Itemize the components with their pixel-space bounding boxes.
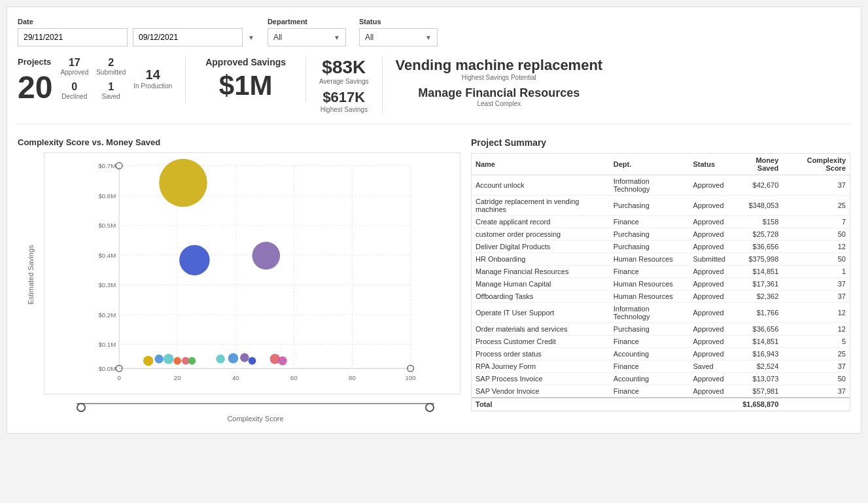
- table-cell: Approved: [689, 175, 729, 196]
- svg-text:40: 40: [232, 374, 239, 381]
- table-wrapper[interactable]: Name Dept. Status Money Saved Complexity…: [471, 153, 850, 411]
- stats-row: Projects 20 17 Approved 0 Declined 2: [18, 57, 850, 124]
- avg-savings-value: $83K: [319, 57, 368, 78]
- table-title: Project Summary: [471, 137, 850, 148]
- col-status: Status: [689, 154, 729, 175]
- saved-stat: 1 Saved: [96, 81, 126, 100]
- table-cell: Approved: [689, 348, 729, 360]
- table-cell: Manage Financial Resources: [472, 266, 610, 278]
- table-row: Account unlockInformation TechnologyAppr…: [472, 175, 850, 196]
- table-cell: Human Resources: [610, 253, 689, 266]
- declined-label: Declined: [60, 93, 88, 100]
- svg-text:$0.6M: $0.6M: [98, 192, 116, 199]
- table-cell: $42,670: [729, 175, 782, 196]
- date-from-input[interactable]: [18, 28, 128, 46]
- table-cell: $158: [729, 216, 782, 228]
- date-filter-label: Date: [18, 18, 254, 26]
- bubble-s12: [278, 356, 287, 366]
- col-dept: Dept.: [610, 154, 689, 175]
- table-row: Manage Human CapitalHuman ResourcesAppro…: [472, 278, 850, 290]
- department-select[interactable]: All ▼: [268, 28, 346, 46]
- table-cell: Finance: [610, 360, 689, 373]
- chart-svg: $0.7M $0.6M $0.5M $0.4M $0.3M $0.2M $0.1…: [44, 152, 460, 394]
- table-cell: Submitted: [689, 253, 729, 266]
- department-value: All: [273, 33, 282, 42]
- status-filter-label: Status: [359, 18, 438, 26]
- declined-value: 0: [60, 81, 88, 93]
- table-cell: Process Customer Credit: [472, 336, 610, 348]
- bubble-s6: [188, 357, 196, 365]
- table-cell: Approved: [689, 303, 729, 323]
- table-cell: Accounting: [610, 373, 689, 385]
- table-row: Process order statusAccountingApproved$1…: [472, 348, 850, 360]
- table-row: Manage Financial ResourcesFinanceApprove…: [472, 266, 850, 278]
- projects-label: Projects: [18, 57, 52, 67]
- table-row: Order materials and servicesPurchasingAp…: [472, 323, 850, 336]
- table-row: Operate IT User SupportInformation Techn…: [472, 303, 850, 323]
- table-cell: $14,851: [729, 336, 782, 348]
- table-cell: Create applicant record: [472, 216, 610, 228]
- table-cell: Information Technology: [610, 303, 689, 323]
- svg-text:60: 60: [290, 374, 298, 381]
- table-cell: SAP Process Invoice: [472, 373, 610, 385]
- bubble-customer: [252, 242, 281, 270]
- highlight2-title: Manage Financial Resources: [396, 86, 603, 100]
- bubble-s7: [216, 355, 225, 364]
- in-production-stat: 14 In Production: [133, 67, 172, 90]
- table-cell: Human Resources: [610, 290, 689, 303]
- declined-stat: 0 Declined: [60, 81, 88, 100]
- status-filter-group: Status All ▼: [359, 18, 438, 46]
- table-cell: 7: [782, 216, 850, 228]
- table-cell: Approved: [689, 373, 729, 385]
- table-row: SAP Vendor InvoiceFinanceApproved$57,981…: [472, 385, 850, 398]
- department-chevron-icon: ▼: [334, 34, 340, 41]
- table-cell: RPA Journey Form: [472, 360, 610, 373]
- slider-thumb-right[interactable]: [425, 403, 434, 412]
- col-money: Money Saved: [729, 154, 782, 175]
- table-cell: $36,656: [729, 323, 782, 336]
- table-cell: 50: [782, 253, 850, 266]
- date-filter-group: Date ▼: [18, 18, 254, 46]
- svg-text:$0.0M: $0.0M: [98, 365, 116, 372]
- svg-text:20: 20: [174, 374, 181, 381]
- table-cell: 1: [782, 266, 850, 278]
- projects-block: Projects 20 17 Approved 0 Declined 2: [18, 57, 186, 103]
- highlight1-title: Vending machine replacement: [396, 57, 603, 74]
- table-cell: Finance: [610, 336, 689, 348]
- filters-bar: Date ▼ Department All ▼ Status All ▼: [18, 18, 850, 46]
- total-complexity: [782, 398, 850, 411]
- slider-thumb-left[interactable]: [77, 403, 86, 412]
- table-cell: Finance: [610, 385, 689, 398]
- table-cell: Approved: [689, 228, 729, 241]
- table-cell: 37: [782, 290, 850, 303]
- highest-savings-value: $617K: [319, 89, 368, 106]
- table-cell: 5: [782, 336, 850, 348]
- table-cell: Finance: [610, 266, 689, 278]
- table-cell: $14,851: [729, 266, 782, 278]
- table-header-row: Name Dept. Status Money Saved Complexity…: [472, 154, 850, 175]
- table-cell: 37: [782, 385, 850, 398]
- table-cell: $375,998: [729, 253, 782, 266]
- table-cell: Approved: [689, 216, 729, 228]
- status-select[interactable]: All ▼: [359, 28, 438, 46]
- table-row: HR OnboardingHuman ResourcesSubmitted$37…: [472, 253, 850, 266]
- department-filter-label: Department: [268, 18, 346, 26]
- col-name: Name: [472, 154, 610, 175]
- table-cell: 50: [782, 228, 850, 241]
- table-cell: $57,981: [729, 385, 782, 398]
- table-cell: Order materials and services: [472, 323, 610, 336]
- table-cell: Approved: [689, 241, 729, 253]
- total-label: Total: [472, 398, 729, 411]
- table-cell: Approved: [689, 266, 729, 278]
- saved-label: Saved: [96, 93, 126, 100]
- approved-savings-block: Approved Savings $1M: [186, 57, 306, 101]
- table-cell: $36,656: [729, 241, 782, 253]
- date-to-input[interactable]: [133, 28, 243, 46]
- table-row: customer order processingPurchasingAppro…: [472, 228, 850, 241]
- svg-text:$0.1M: $0.1M: [98, 341, 116, 348]
- table-cell: $17,361: [729, 278, 782, 290]
- table-cell: Catridge replacement in vending machines: [472, 196, 610, 216]
- bubble-s4: [173, 357, 181, 365]
- table-row: Process Customer CreditFinanceApproved$1…: [472, 336, 850, 348]
- table-cell: 50: [782, 373, 850, 385]
